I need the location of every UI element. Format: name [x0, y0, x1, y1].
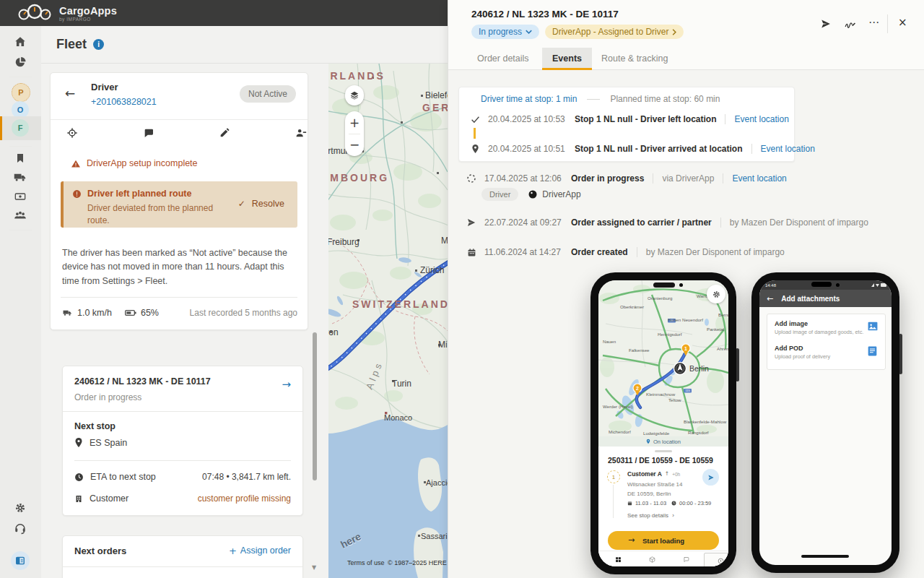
phone-map-label: Oranienburg — [648, 296, 673, 301]
document-icon — [868, 346, 877, 356]
phone-notch — [653, 282, 675, 288]
pin-icon — [646, 439, 650, 444]
map-attribution: © 1987–2025 HERE — [388, 559, 447, 566]
planned-time-at-stop: Planned time at stop: 60 min — [610, 94, 720, 104]
tab-route-tracking[interactable]: Route & tracking — [591, 48, 678, 69]
map-city-label: Milan — [438, 340, 448, 350]
info-icon[interactable]: i — [93, 39, 104, 50]
phone-mockup-driverapp-map[interactable]: 1 2 10115 Oranienburg W — [590, 272, 736, 574]
header-divider — [887, 14, 888, 33]
avatar-initial: O — [17, 105, 24, 114]
locate-button[interactable] — [66, 127, 78, 139]
avatar-initial: F — [18, 124, 23, 132]
stop-number: 1 — [612, 474, 615, 480]
edit-button[interactable] — [219, 127, 230, 139]
status-pill-label: In progress — [479, 27, 522, 37]
svg-text:115: 115 — [685, 389, 690, 392]
back-button[interactable]: ← — [65, 87, 75, 100]
driver-phone-link[interactable]: +201063828021 — [91, 97, 157, 107]
sidebar-avatar-f[interactable]: F — [12, 119, 29, 137]
current-location-marker — [674, 363, 687, 375]
sidebar-item-support[interactable] — [14, 522, 27, 535]
event-separator — [751, 144, 752, 154]
more-options-button[interactable]: ⋯ — [868, 17, 879, 28]
driver-status-badge: Not Active — [240, 85, 296, 103]
sidebar-item-bookmarks[interactable] — [14, 152, 26, 165]
sidebar-item-home[interactable] — [14, 35, 27, 48]
brand-logo[interactable]: CargoApps by IMPARGO — [16, 2, 117, 24]
see-stop-details-label: See stop details — [627, 512, 668, 519]
driver-panel: ← Driver +201063828021 Not Active Driver… — [41, 64, 318, 578]
error-circle-icon — [72, 189, 82, 199]
check-icon — [469, 116, 481, 124]
map-zoom-control: + − — [345, 111, 364, 156]
phone-map-label: Hohen Neuendorf — [668, 317, 703, 322]
stop-address-line1: Wilsnacker Straße 14 — [627, 481, 682, 488]
phone-mockup-add-attachments[interactable]: 14:48 ← Add attachments — [751, 272, 899, 573]
event-location-link[interactable]: Event location — [732, 173, 786, 184]
phone-map-label: Blankenfelde-Mahlow — [684, 419, 727, 424]
map-country-label: SWITZERLAND — [352, 298, 448, 310]
signature-button[interactable] — [844, 18, 856, 30]
map-container[interactable]: NETHERLANDS GERMANY LUXEMBOURG SWITZERLA… — [328, 64, 448, 578]
tab-events[interactable]: Events — [542, 48, 592, 70]
close-panel-button[interactable]: × — [898, 17, 907, 28]
image-icon — [868, 322, 878, 331]
top-bar: CargoApps by IMPARGO — [0, 0, 448, 26]
stop-connector-line — [613, 485, 614, 518]
phone2-title: Add attachments — [781, 295, 840, 303]
panel-scrollbar[interactable]: ▼ — [313, 64, 318, 578]
sidebar-item-fleet[interactable] — [13, 171, 27, 184]
zoom-in-button[interactable]: + — [345, 113, 364, 132]
tab-order-details[interactable]: Order details — [467, 48, 539, 69]
event-location-link[interactable]: Event location — [734, 114, 788, 124]
map-layers-button[interactable] — [345, 85, 364, 105]
pin-icon — [74, 437, 83, 448]
zoom-out-button[interactable]: − — [345, 135, 364, 154]
headset-icon — [14, 522, 27, 535]
pin-icon — [469, 144, 481, 154]
order-title: 240612 / NL 1323 MK - DE 10117 — [74, 376, 211, 387]
truck-icon — [13, 171, 27, 184]
sidebar-item-collapse[interactable] — [11, 551, 30, 570]
phone-map-label: Hennigsdorf — [658, 332, 682, 337]
stop-number-badge: 1 — [607, 470, 620, 483]
assign-order-button[interactable]: + Assign order — [229, 545, 291, 556]
send-order-button[interactable] — [820, 18, 832, 30]
phone-notch — [811, 282, 832, 287]
customer-meta: +0h — [672, 472, 680, 477]
battery-icon — [125, 309, 136, 317]
event-separator — [720, 217, 721, 228]
add-pod-title: Add POD — [775, 345, 878, 352]
event-title: Stop 1 NL null - Driver arrived at locat… — [575, 144, 743, 154]
scroll-down-icon[interactable]: ▼ — [312, 565, 316, 571]
add-pod-subtitle: Upload proof of delivery — [775, 353, 878, 360]
phone-map-label: Panketal — [707, 327, 724, 332]
event-source: DriverApp — [542, 189, 580, 199]
unassign-driver-button[interactable] — [295, 127, 307, 139]
sidebar-avatar-p[interactable]: P — [12, 83, 30, 102]
vehicle-speed-icon — [62, 309, 73, 318]
sidebar-item-settings[interactable] — [14, 501, 27, 514]
event-title: Order in progress — [571, 173, 644, 184]
summary-dash — [587, 99, 600, 100]
event-location-link[interactable]: Event location — [761, 144, 815, 154]
customer-missing-link[interactable]: customer profile missing — [198, 493, 291, 504]
eta-row: ETA to next stop 07:48 • 3,841.7 km left… — [74, 469, 291, 485]
sidebar-item-contacts[interactable] — [13, 209, 27, 222]
sidebar-item-payments[interactable] — [14, 191, 27, 202]
sidebar-item-reports[interactable] — [14, 56, 27, 69]
scrollbar-thumb[interactable] — [313, 332, 317, 480]
grid-icon — [615, 556, 622, 563]
resolve-button[interactable]: ✓ Resolve — [238, 199, 284, 209]
open-order-arrow[interactable]: → — [282, 379, 291, 390]
status-pill[interactable]: In progress — [471, 25, 539, 39]
map-terms-link[interactable]: Terms of use — [347, 559, 385, 566]
card-divider — [74, 460, 291, 461]
stop-schedule-row: 11.03 - 11.03 00:00 - 23:59 — [627, 500, 711, 506]
phone-camera-dot — [679, 283, 683, 287]
stop-time-summary: Driver time at stop: 1 min Planned time … — [481, 94, 720, 104]
chat-button[interactable] — [143, 127, 154, 139]
workflow-pill[interactable]: DriverApp - Assigned to Driver — [545, 25, 684, 39]
stop-address-line2: DE 10559, Berlin — [627, 491, 671, 497]
